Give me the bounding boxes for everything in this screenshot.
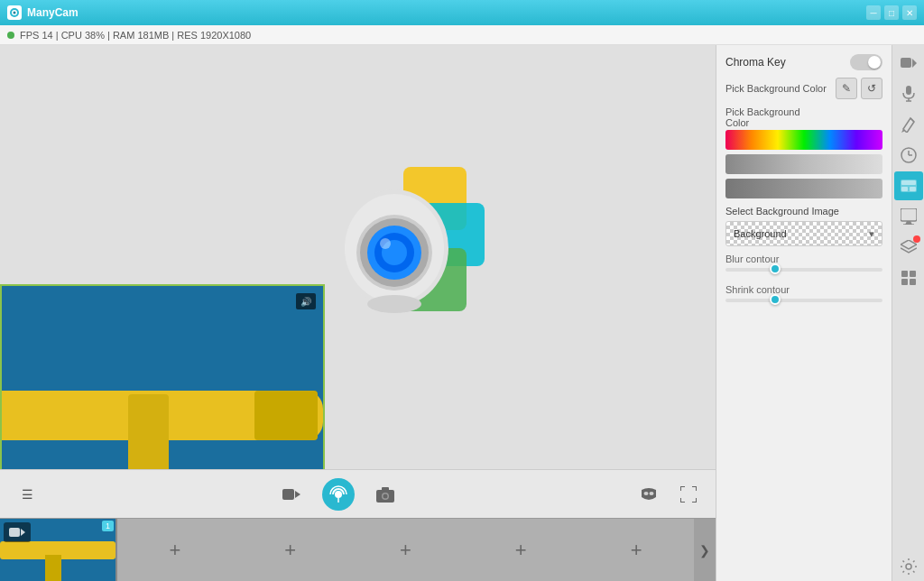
toolbar-right: [633, 478, 705, 511]
mask-button[interactable]: [633, 478, 665, 511]
chroma-key-toggle[interactable]: [850, 54, 882, 70]
shrink-contour-track[interactable]: [725, 299, 882, 302]
filmstrip-next[interactable]: ❯: [694, 519, 716, 582]
pick-bg-color-label: Pick Background Color: [725, 83, 827, 94]
filmstrip-thumbnail[interactable]: 1: [0, 519, 117, 582]
blur-contour-section: Blur contour: [725, 254, 882, 272]
snapshot-button[interactable]: [369, 478, 402, 511]
sidebar-audio-icon[interactable]: [894, 79, 923, 108]
rainbow-swatch: [725, 130, 882, 150]
titlebar-controls: ─ □ ✕: [866, 5, 917, 20]
svg-point-24: [644, 492, 649, 495]
app-title: ManyCam: [27, 6, 79, 19]
svg-rect-39: [910, 187, 916, 191]
sidebar-layers-icon[interactable]: [894, 233, 923, 262]
sidebar-effects-icon[interactable]: [894, 171, 923, 200]
app-logo: [7, 5, 22, 20]
toggle-knob: [868, 56, 881, 69]
color-picker-buttons: ✎ ↺: [836, 78, 882, 99]
svg-marker-17: [295, 491, 300, 498]
select-bg-image-label: Select Background Image: [725, 206, 882, 217]
toolbar-left: ☰: [11, 478, 43, 511]
svg-rect-38: [901, 187, 908, 191]
right-panel: Chroma Key Pick Background Color ✎ ↺ Pic…: [716, 45, 892, 581]
color-pick-eyedropper[interactable]: ✎: [836, 78, 857, 99]
sidebar-draw-icon[interactable]: [894, 110, 923, 139]
sidebar-stream-icon[interactable]: [894, 202, 923, 231]
webcam-overlay: 🔊: [0, 284, 325, 469]
filmstrip-add-5[interactable]: +: [578, 519, 694, 582]
shrink-contour-label: Shrink contour: [725, 284, 882, 295]
svg-rect-45: [901, 279, 908, 285]
pick-bg-color-row: Pick Background Color ✎ ↺: [725, 78, 882, 99]
dropdown-arrow-icon: ▾: [869, 228, 874, 240]
video-canvas: 🔊: [0, 45, 716, 469]
svg-marker-29: [912, 59, 917, 68]
filmstrip-add-3[interactable]: +: [348, 519, 464, 582]
chroma-key-label: Chroma Key: [725, 56, 786, 69]
svg-rect-28: [901, 58, 911, 68]
svg-rect-23: [382, 487, 389, 491]
record-button[interactable]: [275, 478, 308, 511]
chroma-key-row: Chroma Key: [725, 54, 882, 70]
maximize-button[interactable]: □: [884, 5, 899, 20]
titlebar: ManyCam ─ □ ✕: [0, 0, 924, 25]
shrink-contour-thumb[interactable]: [770, 294, 781, 305]
fullscreen-button[interactable]: [672, 478, 705, 511]
shrink-contour-section: Shrink contour: [725, 284, 882, 302]
svg-rect-16: [282, 489, 294, 500]
svg-point-25: [650, 492, 654, 495]
webcam-inner: 🔊: [2, 286, 323, 469]
list-button[interactable]: ☰: [11, 478, 43, 511]
blur-contour-thumb[interactable]: [770, 263, 781, 274]
background-dropdown[interactable]: Background ▾: [725, 221, 882, 246]
filmstrip-add-4[interactable]: +: [463, 519, 578, 582]
thumb-badge: 1: [102, 521, 114, 531]
status-text: FPS 14 | CPU 38% | RAM 181MB | RES 1920X…: [20, 30, 251, 41]
svg-point-2: [14, 12, 16, 14]
grey-swatch-1: [725, 154, 882, 174]
svg-rect-44: [910, 271, 916, 277]
dropdown-value: Background: [734, 228, 787, 239]
statusbar: FPS 14 | CPU 38% | RAM 181MB | RES 1920X…: [0, 25, 924, 45]
blur-contour-track[interactable]: [725, 268, 882, 272]
svg-rect-15: [383, 298, 405, 309]
svg-point-18: [335, 491, 342, 498]
color-pick-reset[interactable]: ↺: [861, 78, 882, 99]
camera-logo: [322, 158, 503, 338]
svg-marker-27: [21, 529, 25, 536]
toolbar: ☰: [0, 469, 716, 518]
svg-rect-30: [906, 86, 911, 95]
filmstrip: 1 + + + + + ❯: [0, 518, 716, 581]
layers-badge: [913, 235, 920, 243]
svg-rect-37: [901, 180, 916, 185]
broadcast-button[interactable]: [322, 478, 355, 511]
svg-rect-43: [901, 271, 908, 277]
svg-point-22: [383, 493, 387, 498]
filmstrip-add-1[interactable]: +: [117, 519, 233, 582]
sidebar-video-icon[interactable]: [894, 49, 923, 78]
svg-rect-40: [901, 208, 917, 221]
sidebar-grid-icon[interactable]: [894, 263, 923, 292]
main-area: 🔊 ☰: [0, 45, 924, 581]
filmstrip-add-2[interactable]: +: [233, 519, 348, 582]
close-button[interactable]: ✕: [902, 5, 917, 20]
svg-point-13: [380, 238, 391, 249]
svg-point-47: [906, 564, 911, 569]
chroma-panel: Chroma Key Pick Background Color ✎ ↺ Pic…: [716, 45, 892, 581]
pick-bg-sublabel: Pick BackgroundColor: [725, 106, 882, 128]
grey-swatch-2: [725, 179, 882, 198]
volume-badge: 🔊: [296, 293, 316, 309]
status-indicator: [7, 32, 14, 39]
sidebar-clock-icon[interactable]: [894, 141, 923, 170]
sidebar-settings-icon[interactable]: [894, 552, 923, 581]
svg-rect-46: [910, 279, 916, 285]
blur-contour-label: Blur contour: [725, 254, 882, 264]
preview-area: 🔊 ☰: [0, 45, 716, 581]
icon-sidebar: [892, 45, 924, 581]
titlebar-left: ManyCam: [7, 5, 79, 20]
toolbar-center: [275, 478, 402, 511]
svg-rect-26: [9, 528, 20, 537]
minimize-button[interactable]: ─: [866, 5, 881, 20]
